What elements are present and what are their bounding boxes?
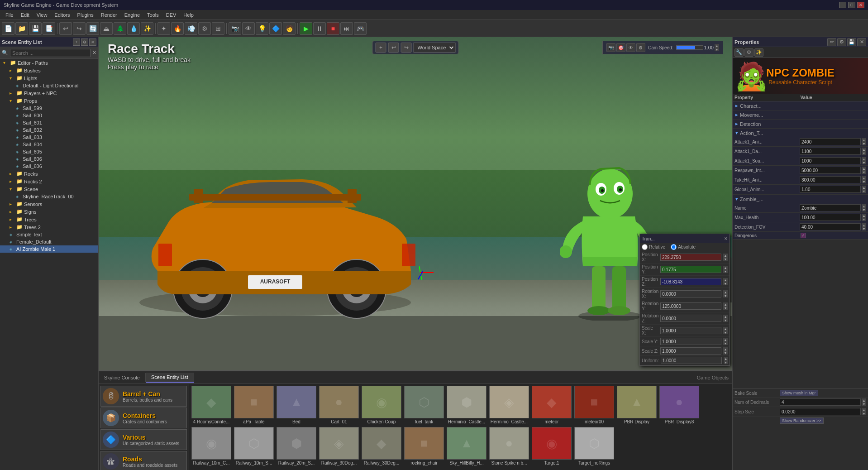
- menu-edit[interactable]: Edit: [17, 11, 33, 19]
- cam-icon-1[interactable]: 📷: [606, 43, 615, 52]
- prop-section-header[interactable]: ▸Moveme...: [733, 110, 868, 119]
- save-as-button[interactable]: 📑: [43, 22, 55, 35]
- prop-up-arrow[interactable]: ▲: [862, 223, 866, 227]
- go-item-pbrdisplay8[interactable]: ●PBR_Display8: [659, 386, 700, 425]
- tree-item-lights[interactable]: ▾ 📁 Lights: [0, 74, 98, 82]
- go-item-bed[interactable]: ▲Bed: [276, 386, 317, 425]
- tree-item-props[interactable]: ▾ 📁 Props: [0, 97, 98, 105]
- tree-item-sail_605[interactable]: ◈ Sail_605: [0, 148, 98, 155]
- new-button[interactable]: 📄: [2, 22, 14, 35]
- camera-button[interactable]: 📷: [229, 22, 241, 35]
- go-cat-various[interactable]: 🔷 Various Un categorized static assets: [100, 429, 187, 450]
- redo-button[interactable]: ↪: [73, 22, 86, 35]
- props-save-button[interactable]: 💾: [847, 38, 856, 46]
- prop-value-input[interactable]: [800, 223, 861, 230]
- space-mode-select[interactable]: World Space Local Space: [414, 43, 456, 53]
- prop-down-arrow[interactable]: ▼: [862, 151, 866, 155]
- tree-item-sensors[interactable]: ▸ 📁 Sensors: [0, 200, 98, 208]
- go-item-railway30deg[interactable]: ◆Railway_30Deg...: [361, 427, 402, 466]
- save-button[interactable]: 💾: [29, 22, 42, 35]
- prop-down-arrow[interactable]: ▼: [862, 142, 866, 145]
- vp-add-button[interactable]: +: [376, 43, 386, 53]
- prop-section-header[interactable]: ▾Zombie_...: [733, 195, 868, 203]
- cam-icon-4[interactable]: ⚙: [636, 43, 645, 52]
- viewport[interactable]: AURASOFT: [99, 37, 732, 370]
- prop-down-arrow[interactable]: ▼: [862, 217, 866, 221]
- go-cat-containers[interactable]: 📦 Containers Crates and containers: [100, 408, 187, 428]
- prop-up-arrow[interactable]: ▲: [862, 157, 866, 161]
- menu-file[interactable]: File: [2, 11, 17, 19]
- prop-down-arrow[interactable]: ▼: [862, 180, 866, 183]
- settings-button[interactable]: ⚙: [198, 22, 211, 35]
- trans-down-arrow[interactable]: ▼: [723, 282, 728, 285]
- prop-section-header[interactable]: ▾Action_T...: [733, 129, 868, 137]
- tree-item-players-+-npc[interactable]: ▸ 📁 Players + NPC: [0, 89, 98, 97]
- prop-up-arrow[interactable]: ▲: [862, 186, 866, 189]
- trans-down-arrow[interactable]: ▼: [723, 341, 728, 345]
- go-item-pbrdisplay[interactable]: ▲PBR Display: [616, 386, 657, 425]
- prop-up-arrow[interactable]: ▲: [862, 138, 866, 142]
- prop-down-arrow[interactable]: ▼: [862, 208, 866, 211]
- prop-value-input[interactable]: [800, 186, 861, 193]
- trans-up-arrow[interactable]: ▲: [723, 278, 728, 282]
- trans-up-arrow[interactable]: ▲: [723, 338, 728, 341]
- shader-button[interactable]: ✨: [141, 22, 153, 35]
- cam-speed-down[interactable]: ▼: [715, 48, 719, 51]
- play-button[interactable]: ▶: [300, 22, 312, 35]
- tab-skyline-console[interactable]: Skyline Console: [99, 373, 146, 382]
- tree-item-skyline_racetrack_00[interactable]: ◈ Skyline_RaceTrack_00: [0, 193, 98, 200]
- search-input[interactable]: [10, 49, 91, 57]
- trans-row-input[interactable]: [660, 347, 721, 355]
- go-item-targetnorings[interactable]: ⬡Target_noRings: [574, 427, 615, 466]
- trans-up-arrow[interactable]: ▲: [723, 327, 728, 331]
- prop-value-input[interactable]: [800, 138, 861, 145]
- prop-up-arrow[interactable]: ▲: [862, 204, 866, 208]
- tree-item-sail_601[interactable]: ◈ Sail_601: [0, 119, 98, 126]
- cam-icon-2[interactable]: 🎯: [616, 43, 625, 52]
- trans-row-input[interactable]: [660, 315, 721, 322]
- go-item-meteor00[interactable]: ■meteor00: [574, 386, 615, 425]
- go-item-cart01[interactable]: ●Cart_01: [319, 386, 359, 425]
- search-clear-button[interactable]: ✕: [92, 50, 96, 56]
- step-size-input[interactable]: [780, 408, 861, 415]
- tree-item-rocks[interactable]: ▸ 📁 Rocks: [0, 170, 98, 177]
- tree-item-default---light-directional[interactable]: ◈ Default - Light Directional: [0, 82, 98, 89]
- maximize-button[interactable]: □: [848, 2, 855, 8]
- go-item-skyhillbillyh[interactable]: ▲Sky_HillBilly_H...: [446, 427, 487, 466]
- tree-item-sail_599[interactable]: ◈ Sail_599: [0, 105, 98, 112]
- trans-down-arrow[interactable]: ▼: [723, 294, 728, 297]
- trans-row-input[interactable]: [660, 266, 721, 273]
- trans-up-arrow[interactable]: ▲: [723, 254, 728, 257]
- show-mesh-button[interactable]: Show mesh in Mgr: [780, 390, 818, 396]
- absolute-label[interactable]: Absolute: [671, 244, 696, 250]
- eye-button[interactable]: 👁: [242, 22, 255, 35]
- obj-button[interactable]: 🔷: [269, 22, 282, 35]
- trans-row-input[interactable]: [660, 338, 721, 345]
- props-settings-button[interactable]: ⚙: [837, 38, 846, 46]
- menu-help[interactable]: Help: [180, 11, 197, 19]
- go-cat-barrel[interactable]: 🛢 Barrel + Can Barrels, bottles and cans: [100, 386, 187, 407]
- trans-row-input[interactable]: [660, 278, 721, 285]
- prop-down-arrow[interactable]: ▼: [862, 227, 866, 230]
- trans-row-input[interactable]: [660, 290, 721, 297]
- scene-add-button[interactable]: +: [73, 38, 80, 46]
- relative-label[interactable]: Relative: [642, 244, 665, 250]
- menu-dev[interactable]: DEV: [162, 11, 180, 19]
- cam-icon-3[interactable]: 👁: [626, 43, 635, 52]
- props-tb-3[interactable]: ✨: [754, 48, 763, 57]
- vp-redo-button[interactable]: ↪: [401, 43, 412, 53]
- refresh-button[interactable]: 🔄: [86, 22, 99, 35]
- prop-down-arrow[interactable]: ▼: [862, 170, 866, 174]
- prop-down-arrow[interactable]: ▼: [862, 161, 866, 164]
- tree-item-rocks-2[interactable]: ▸ 📁 Rocks 2: [0, 177, 98, 185]
- scene-close-button[interactable]: ✕: [89, 38, 96, 46]
- trans-down-arrow[interactable]: ▼: [723, 318, 728, 322]
- prop-value-input[interactable]: [800, 204, 861, 211]
- props-tb-2[interactable]: ⚙: [744, 48, 754, 57]
- relative-radio[interactable]: [642, 244, 648, 250]
- go-item-meteor[interactable]: ◆meteor: [531, 386, 572, 425]
- tree-item-sail_603[interactable]: ◈ Sail_603: [0, 134, 98, 141]
- minimize-button[interactable]: _: [839, 2, 846, 8]
- pause-button[interactable]: ⏸: [313, 22, 326, 35]
- tree-item-scene[interactable]: ▾ 📁 Scene: [0, 185, 98, 193]
